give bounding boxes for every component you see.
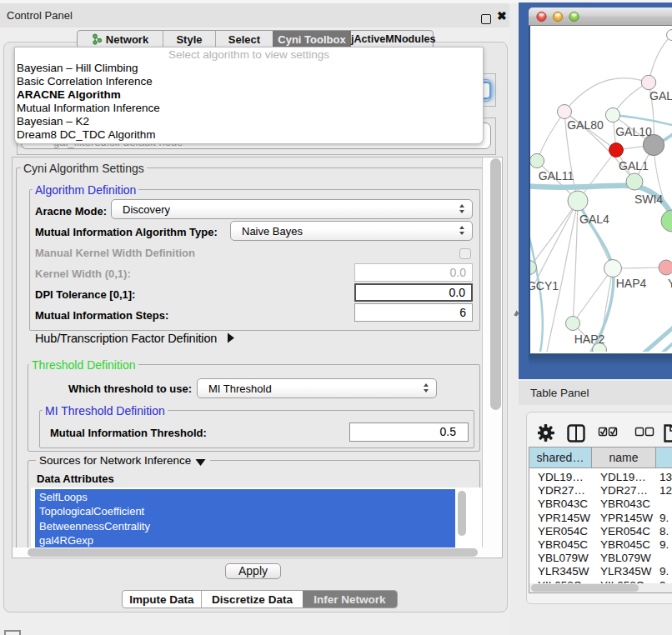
svg-text:GAL1: GAL1 xyxy=(619,159,649,172)
svg-text:HAP4: HAP4 xyxy=(616,277,647,290)
svg-text:GAL80: GAL80 xyxy=(567,118,604,132)
svg-text:GAL11: GAL11 xyxy=(539,169,574,182)
svg-text:Y: Y xyxy=(668,277,672,290)
svg-text:GAL: GAL xyxy=(649,89,672,102)
svg-text:GAL4: GAL4 xyxy=(579,212,609,226)
svg-text:HAP2: HAP2 xyxy=(574,332,605,346)
svg-text:SWI4: SWI4 xyxy=(634,192,663,206)
svg-text:GCY1: GCY1 xyxy=(530,279,559,292)
svg-text:GAL10: GAL10 xyxy=(615,125,652,138)
